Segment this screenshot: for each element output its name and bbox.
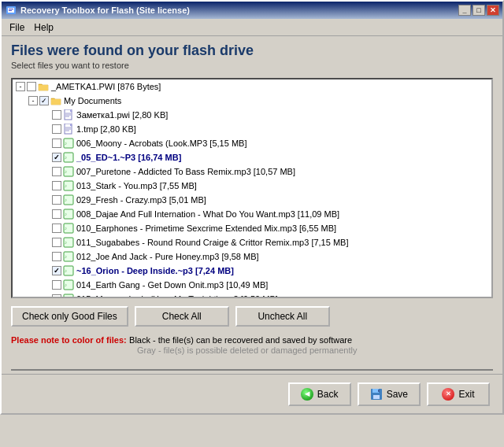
maximize-button[interactable]: □ (472, 5, 485, 16)
file-name: 008_Dajae And Full Internation - What Do… (76, 209, 339, 219)
expand-icon[interactable]: - (16, 82, 25, 91)
tree-item[interactable]: ♪~16_Orion - Deep Inside.~p3 [7,24 MB] (13, 264, 479, 278)
spacer (41, 294, 50, 298)
svg-text:♪: ♪ (65, 268, 67, 273)
file-name: 012_Joe And Jack - Pure Honey.mp3 [9,58 … (76, 252, 259, 261)
exit-button[interactable]: ✕ Exit (427, 382, 490, 406)
svg-rect-42 (373, 395, 380, 399)
spacer (41, 280, 50, 290)
mp3-icon: ♪ (63, 265, 74, 276)
tree-item[interactable]: ♪007_Puretone - Addicted To Bass Remix.m… (13, 164, 479, 179)
note-section: Please note to color of files: Black - t… (11, 334, 493, 355)
bottom-bar: ◀ Back Save ✕ Exit (2, 374, 502, 413)
mp3-icon: ♪ (63, 138, 74, 149)
mp3-icon: ♪ (63, 223, 74, 234)
mp3-icon: ♪ (63, 279, 74, 290)
menu-file[interactable]: File (5, 20, 29, 35)
tree-item[interactable]: 1.tmp [2,80 KB] (13, 122, 479, 136)
spacer (41, 167, 50, 176)
folder-icon (38, 81, 49, 92)
app-icon (5, 4, 17, 17)
file-checkbox[interactable] (52, 266, 61, 275)
menu-help[interactable]: Help (29, 20, 58, 35)
action-buttons: Check only Good Files Check All Uncheck … (11, 306, 493, 327)
tree-item[interactable]: ♪008_Dajae And Full Internation - What D… (13, 207, 479, 221)
svg-text:♪: ♪ (65, 297, 67, 298)
file-checkbox[interactable] (52, 153, 61, 162)
main-window: Recovery Toolbox for Flash (Site license… (0, 0, 504, 415)
file-checkbox[interactable] (52, 209, 61, 219)
file-checkbox[interactable] (52, 124, 61, 134)
svg-text:♪: ♪ (65, 283, 67, 287)
tree-item[interactable]: ♪012_Joe And Jack - Pure Honey.mp3 [9,58… (13, 249, 479, 264)
file-name: 006_Moony - Acrobats (Look.MP3 [5,15 MB] (76, 139, 246, 148)
mp3-icon: ♪ (63, 180, 74, 191)
file-checkbox[interactable] (39, 96, 49, 105)
svg-text:♪: ♪ (65, 226, 67, 231)
expand-icon[interactable]: - (28, 96, 38, 105)
tree-item[interactable]: ♪006_Moony - Acrobats (Look.MP3 [5,15 MB… (13, 136, 479, 150)
tree-item[interactable]: ♪029_Fresh - Crazy.mp3 [5,01 MB] (13, 193, 479, 207)
note-gray-text: Gray - file(s) is possible deleted or da… (11, 345, 493, 355)
svg-text:♪: ♪ (65, 212, 67, 216)
menu-bar: File Help (2, 19, 502, 36)
spacer (41, 252, 50, 261)
minimize-button[interactable]: _ (458, 5, 471, 16)
spacer (41, 181, 50, 190)
file-checkbox[interactable] (52, 252, 61, 261)
window-controls: _ □ ✕ (458, 5, 499, 16)
window-title: Recovery Toolbox for Flash (Site license… (20, 6, 458, 15)
tree-item[interactable]: -My Documents (13, 94, 479, 108)
tree-item[interactable]: ♪_05_ED~1.~P3 [16,74 MB] (13, 150, 479, 164)
svg-text:♪: ♪ (65, 240, 67, 245)
file-name: Заметка1.pwi [2,80 KB] (76, 110, 168, 120)
note-label: Please note to color of files: (11, 335, 127, 345)
tree-item[interactable]: ♪010_Earphones - Primetime Sexcrime Exte… (13, 221, 479, 235)
svg-rect-3 (9, 10, 12, 11)
svg-rect-43 (378, 390, 380, 392)
file-tree[interactable]: -_AMETKA1.PWI [876 Bytes]-My Documents З… (11, 78, 493, 298)
file-checkbox[interactable] (52, 280, 61, 290)
file-name: 029_Fresh - Crazy.mp3 [5,01 MB] (76, 195, 206, 205)
file-name: 013_Stark - You.mp3 [7,55 MB] (76, 181, 197, 190)
back-icon: ◀ (301, 388, 313, 401)
save-icon (370, 388, 383, 401)
tree-item[interactable]: Заметка1.pwi [2,80 KB] (13, 108, 479, 122)
tree-item[interactable]: ♪011_Sugababes - Round Round Craige & Cr… (13, 235, 479, 249)
page-title: Files were found on your flash drive (11, 42, 493, 59)
doc-icon (63, 109, 74, 120)
file-checkbox[interactable] (52, 294, 61, 298)
mp3-icon: ♪ (63, 294, 74, 298)
check-good-files-button[interactable]: Check only Good Files (11, 306, 128, 327)
folder-icon (50, 95, 61, 106)
file-checkbox[interactable] (52, 110, 61, 120)
tree-item[interactable]: -_AMETKA1.PWI [876 Bytes] (13, 79, 479, 94)
save-button[interactable]: Save (358, 382, 421, 406)
file-checkbox[interactable] (27, 82, 36, 91)
svg-rect-41 (372, 389, 379, 393)
back-button[interactable]: ◀ Back (288, 382, 351, 406)
tree-item[interactable]: ♪014_Earth Gang - Get Down Onit.mp3 [10,… (13, 278, 479, 292)
mp3-icon: ♪ (63, 166, 74, 177)
file-name: 015_Мохха - Lady (Hear Me Tonight).mp3 [… (76, 294, 278, 298)
file-checkbox[interactable] (52, 195, 61, 205)
file-name: 1.tmp [2,80 KB] (76, 124, 136, 134)
tree-item[interactable]: ♪013_Stark - You.mp3 [7,55 MB] (13, 179, 479, 193)
uncheck-all-button[interactable]: Uncheck All (235, 306, 330, 327)
spacer (41, 238, 50, 247)
spacer (41, 209, 50, 219)
file-checkbox[interactable] (52, 224, 61, 233)
svg-text:♪: ♪ (65, 169, 67, 174)
file-checkbox[interactable] (52, 238, 61, 247)
close-button[interactable]: ✕ (487, 5, 499, 16)
mp3-icon: ♪ (63, 152, 74, 163)
file-checkbox[interactable] (52, 167, 61, 176)
tree-item[interactable]: ♪015_Мохха - Lady (Hear Me Tonight).mp3 … (13, 292, 479, 298)
note-black-text: Black - the file(s) can be recovered and… (129, 335, 352, 345)
file-checkbox[interactable] (52, 139, 61, 148)
spacer (41, 139, 50, 148)
main-content: Files were found on your flash drive Sel… (2, 36, 502, 369)
file-checkbox[interactable] (52, 181, 61, 190)
check-all-button[interactable]: Check All (135, 306, 229, 327)
spacer (41, 110, 50, 120)
